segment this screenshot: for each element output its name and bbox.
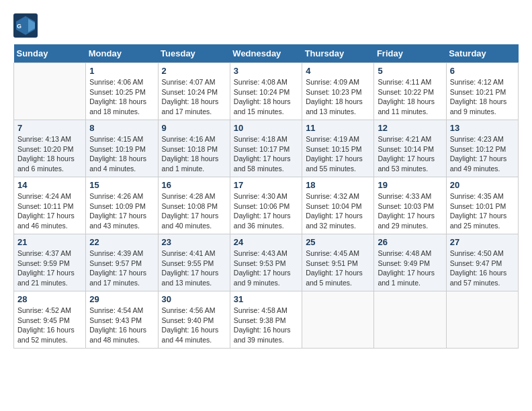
day-number: 30	[162, 294, 226, 304]
day-number: 10	[234, 123, 298, 133]
day-number: 28	[17, 294, 82, 304]
calendar-cell: 15Sunrise: 4:26 AMSunset: 10:09 PMDaylig…	[86, 177, 158, 234]
day-number: 21	[17, 237, 82, 247]
cell-content: Sunrise: 4:28 AMSunset: 10:08 PMDaylight…	[162, 191, 226, 231]
cell-content: Sunrise: 4:37 AMSunset: 9:59 PMDaylight:…	[17, 248, 82, 288]
logo-icon: G	[13, 13, 38, 38]
calendar-cell: 29Sunrise: 4:54 AMSunset: 9:43 PMDayligh…	[86, 291, 158, 349]
calendar-cell: 11Sunrise: 4:19 AMSunset: 10:15 PMDaylig…	[302, 120, 374, 177]
calendar-table: SundayMondayTuesdayWednesdayThursdayFrid…	[13, 44, 519, 349]
calendar-cell: 9Sunrise: 4:16 AMSunset: 10:18 PMDayligh…	[158, 120, 230, 177]
day-number: 8	[89, 123, 154, 133]
calendar-cell: 18Sunrise: 4:32 AMSunset: 10:04 PMDaylig…	[302, 177, 374, 234]
cell-content: Sunrise: 4:09 AMSunset: 10:23 PMDaylight…	[306, 77, 370, 117]
cell-content: Sunrise: 4:33 AMSunset: 10:03 PMDaylight…	[378, 191, 442, 231]
cell-content: Sunrise: 4:50 AMSunset: 9:47 PMDaylight:…	[450, 248, 515, 288]
calendar-cell: 10Sunrise: 4:18 AMSunset: 10:17 PMDaylig…	[230, 120, 302, 177]
cell-content: Sunrise: 4:19 AMSunset: 10:15 PMDaylight…	[306, 134, 370, 174]
day-number: 31	[234, 294, 298, 304]
calendar-cell	[302, 291, 374, 349]
day-number: 4	[306, 66, 370, 76]
day-number: 12	[378, 123, 442, 133]
calendar-cell: 1Sunrise: 4:06 AMSunset: 10:25 PMDayligh…	[86, 63, 158, 120]
calendar-cell	[14, 63, 86, 120]
day-number: 13	[450, 123, 515, 133]
day-number: 20	[450, 180, 515, 190]
calendar-cell: 24Sunrise: 4:43 AMSunset: 9:53 PMDayligh…	[230, 234, 302, 291]
page-header: G	[13, 13, 519, 38]
calendar-cell: 2Sunrise: 4:07 AMSunset: 10:24 PMDayligh…	[158, 63, 230, 120]
day-number: 7	[17, 123, 82, 133]
day-number: 17	[234, 180, 298, 190]
calendar-cell: 8Sunrise: 4:15 AMSunset: 10:19 PMDayligh…	[86, 120, 158, 177]
cell-content: Sunrise: 4:24 AMSunset: 10:11 PMDaylight…	[17, 191, 82, 231]
calendar-cell: 4Sunrise: 4:09 AMSunset: 10:23 PMDayligh…	[302, 63, 374, 120]
cell-content: Sunrise: 4:54 AMSunset: 9:43 PMDaylight:…	[89, 306, 154, 345]
cell-content: Sunrise: 4:23 AMSunset: 10:12 PMDaylight…	[450, 134, 515, 174]
cell-content: Sunrise: 4:35 AMSunset: 10:01 PMDaylight…	[450, 191, 515, 231]
day-number: 19	[378, 180, 442, 190]
calendar-cell: 13Sunrise: 4:23 AMSunset: 10:12 PMDaylig…	[446, 120, 518, 177]
cell-content: Sunrise: 4:43 AMSunset: 9:53 PMDaylight:…	[234, 248, 298, 288]
day-number: 16	[162, 180, 226, 190]
calendar-week-row: 21Sunrise: 4:37 AMSunset: 9:59 PMDayligh…	[14, 234, 519, 291]
calendar-cell: 6Sunrise: 4:12 AMSunset: 10:21 PMDayligh…	[446, 63, 518, 120]
cell-content: Sunrise: 4:13 AMSunset: 10:20 PMDaylight…	[17, 134, 82, 174]
cell-content: Sunrise: 4:30 AMSunset: 10:06 PMDaylight…	[234, 191, 298, 231]
cell-content: Sunrise: 4:39 AMSunset: 9:57 PMDaylight:…	[89, 248, 154, 288]
day-number: 15	[89, 180, 154, 190]
cell-content: Sunrise: 4:21 AMSunset: 10:14 PMDaylight…	[378, 134, 442, 174]
calendar-week-row: 28Sunrise: 4:52 AMSunset: 9:45 PMDayligh…	[14, 291, 519, 349]
weekday-header: Tuesday	[158, 44, 230, 63]
weekday-header: Sunday	[14, 44, 86, 63]
calendar-cell: 26Sunrise: 4:48 AMSunset: 9:49 PMDayligh…	[374, 234, 446, 291]
day-number: 14	[17, 180, 82, 190]
calendar-week-row: 7Sunrise: 4:13 AMSunset: 10:20 PMDayligh…	[14, 120, 519, 177]
cell-content: Sunrise: 4:16 AMSunset: 10:18 PMDaylight…	[162, 134, 226, 174]
calendar-week-row: 1Sunrise: 4:06 AMSunset: 10:25 PMDayligh…	[14, 63, 519, 120]
calendar-cell: 14Sunrise: 4:24 AMSunset: 10:11 PMDaylig…	[14, 177, 86, 234]
cell-content: Sunrise: 4:06 AMSunset: 10:25 PMDaylight…	[89, 77, 154, 117]
calendar-week-row: 14Sunrise: 4:24 AMSunset: 10:11 PMDaylig…	[14, 177, 519, 234]
calendar-cell: 20Sunrise: 4:35 AMSunset: 10:01 PMDaylig…	[446, 177, 518, 234]
cell-content: Sunrise: 4:45 AMSunset: 9:51 PMDaylight:…	[306, 248, 370, 288]
cell-content: Sunrise: 4:48 AMSunset: 9:49 PMDaylight:…	[378, 248, 442, 288]
cell-content: Sunrise: 4:26 AMSunset: 10:09 PMDaylight…	[89, 191, 154, 231]
calendar-cell: 19Sunrise: 4:33 AMSunset: 10:03 PMDaylig…	[374, 177, 446, 234]
calendar-cell: 12Sunrise: 4:21 AMSunset: 10:14 PMDaylig…	[374, 120, 446, 177]
calendar-cell: 5Sunrise: 4:11 AMSunset: 10:22 PMDayligh…	[374, 63, 446, 120]
calendar-cell: 7Sunrise: 4:13 AMSunset: 10:20 PMDayligh…	[14, 120, 86, 177]
day-number: 26	[378, 237, 442, 247]
cell-content: Sunrise: 4:41 AMSunset: 9:55 PMDaylight:…	[162, 248, 226, 288]
day-number: 27	[450, 237, 515, 247]
day-number: 18	[306, 180, 370, 190]
day-number: 25	[306, 237, 370, 247]
calendar-cell: 17Sunrise: 4:30 AMSunset: 10:06 PMDaylig…	[230, 177, 302, 234]
calendar-cell: 21Sunrise: 4:37 AMSunset: 9:59 PMDayligh…	[14, 234, 86, 291]
day-number: 11	[306, 123, 370, 133]
calendar-cell: 23Sunrise: 4:41 AMSunset: 9:55 PMDayligh…	[158, 234, 230, 291]
cell-content: Sunrise: 4:08 AMSunset: 10:24 PMDaylight…	[234, 77, 298, 117]
calendar-cell: 27Sunrise: 4:50 AMSunset: 9:47 PMDayligh…	[446, 234, 518, 291]
weekday-header: Thursday	[302, 44, 374, 63]
calendar-cell: 3Sunrise: 4:08 AMSunset: 10:24 PMDayligh…	[230, 63, 302, 120]
calendar-cell: 25Sunrise: 4:45 AMSunset: 9:51 PMDayligh…	[302, 234, 374, 291]
cell-content: Sunrise: 4:07 AMSunset: 10:24 PMDaylight…	[162, 77, 226, 117]
calendar-cell: 22Sunrise: 4:39 AMSunset: 9:57 PMDayligh…	[86, 234, 158, 291]
day-number: 23	[162, 237, 226, 247]
day-number: 1	[89, 66, 154, 76]
day-number: 24	[234, 237, 298, 247]
weekday-header: Wednesday	[230, 44, 302, 63]
calendar-cell: 16Sunrise: 4:28 AMSunset: 10:08 PMDaylig…	[158, 177, 230, 234]
cell-content: Sunrise: 4:56 AMSunset: 9:40 PMDaylight:…	[162, 306, 226, 345]
cell-content: Sunrise: 4:58 AMSunset: 9:38 PMDaylight:…	[234, 306, 298, 345]
day-number: 22	[89, 237, 154, 247]
calendar-cell: 31Sunrise: 4:58 AMSunset: 9:38 PMDayligh…	[230, 291, 302, 349]
cell-content: Sunrise: 4:11 AMSunset: 10:22 PMDaylight…	[378, 77, 442, 117]
calendar-cell	[374, 291, 446, 349]
day-number: 9	[162, 123, 226, 133]
svg-text:G: G	[17, 23, 21, 30]
day-number: 2	[162, 66, 226, 76]
day-number: 5	[378, 66, 442, 76]
weekday-header-row: SundayMondayTuesdayWednesdayThursdayFrid…	[14, 44, 519, 63]
